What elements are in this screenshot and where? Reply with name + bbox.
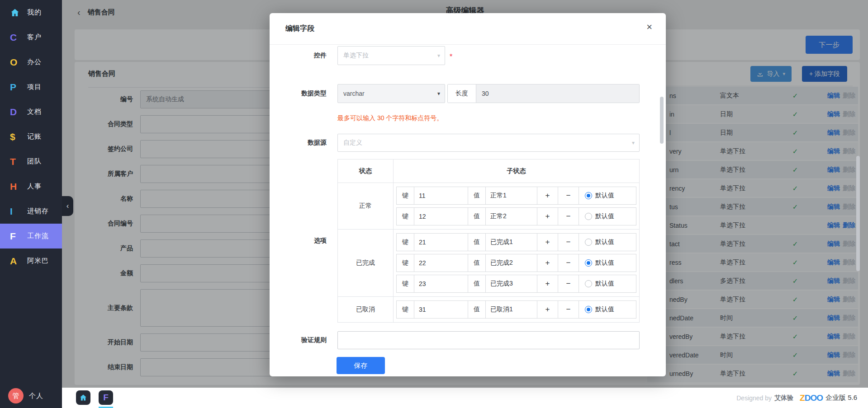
close-icon[interactable]: × xyxy=(646,21,652,33)
sidebar-item-label: 项目 xyxy=(27,83,42,91)
value-input[interactable] xyxy=(485,233,537,251)
save-button[interactable]: 保存 xyxy=(337,357,385,374)
sidebar-item-label: 进销存 xyxy=(27,207,49,216)
options-row: 选项 状态 子状态 正常 键 值 + − 默认值 键 值 + − 默 xyxy=(270,159,640,323)
data-source-value: 自定义 xyxy=(343,139,362,147)
caret-down-icon: ▾ xyxy=(437,52,440,59)
sidebar-item-label: 人事 xyxy=(27,182,42,191)
add-subitem-button[interactable]: + xyxy=(537,275,558,293)
key-input[interactable] xyxy=(414,254,468,272)
key-input[interactable] xyxy=(414,300,468,319)
control-value: 单选下拉 xyxy=(343,52,369,60)
value-input[interactable] xyxy=(485,207,537,225)
sidebar-item-label: 办公 xyxy=(27,58,42,66)
control-select[interactable]: 单选下拉 ▾ xyxy=(337,46,445,65)
value-input[interactable] xyxy=(485,300,537,319)
taskbar-workflow-app[interactable]: F xyxy=(99,390,113,405)
validation-label: 验证规则 xyxy=(270,336,327,344)
default-radio[interactable] xyxy=(585,306,592,313)
value-addon-label: 值 xyxy=(468,254,486,272)
modal-scrollbar-thumb[interactable] xyxy=(660,97,664,144)
sidebar-item-project[interactable]: P 项目 xyxy=(0,75,62,99)
default-radio[interactable] xyxy=(585,280,592,287)
sidebar-item-inventory[interactable]: I 进销存 xyxy=(0,199,62,224)
sidebar-item-label: 文档 xyxy=(27,108,42,116)
option-sub-row: 键 值 + − 默认值 xyxy=(396,233,636,251)
sidebar-collapse-handle[interactable]: ‹ xyxy=(62,196,73,216)
value-input[interactable] xyxy=(485,187,537,205)
value-input[interactable] xyxy=(485,254,537,272)
key-input[interactable] xyxy=(414,233,468,251)
sidebar-item-office[interactable]: O 办公 xyxy=(0,50,62,75)
remove-subitem-button[interactable]: − xyxy=(558,275,579,293)
validation-input[interactable] xyxy=(337,331,640,349)
inventory-icon: I xyxy=(10,206,24,217)
length-input[interactable] xyxy=(476,84,639,103)
edit-field-modal: 编辑字段 × 控件 单选下拉 ▾ * 数据类型 varchar ▾ 长度 最多可 xyxy=(270,13,666,376)
value-addon-label: 值 xyxy=(468,300,486,319)
customer-icon: C xyxy=(10,32,24,43)
key-input[interactable] xyxy=(414,275,468,293)
sidebar-item-team[interactable]: T 团队 xyxy=(0,149,62,174)
remove-subitem-button[interactable]: − xyxy=(558,300,579,319)
default-cell: 默认值 xyxy=(579,300,636,319)
default-radio[interactable] xyxy=(585,239,592,246)
substatus-column-header: 子状态 xyxy=(394,159,639,183)
add-subitem-button[interactable]: + xyxy=(537,187,558,205)
office-icon: O xyxy=(10,57,24,68)
value-addon-label: 值 xyxy=(468,187,486,205)
project-icon: P xyxy=(10,82,24,93)
default-cell: 默认值 xyxy=(579,275,636,293)
sidebar-user[interactable]: 管 个人 xyxy=(8,388,43,403)
length-warning-text: 最多可以输入 30 个字符和标点符号。 xyxy=(337,114,443,122)
key-input[interactable] xyxy=(414,187,468,205)
default-radio[interactable] xyxy=(585,259,592,267)
add-subitem-button[interactable]: + xyxy=(537,207,558,225)
data-source-label: 数据源 xyxy=(270,139,327,147)
sidebar: 我的 C 客户 O 办公 P 项目 D 文档 $ 记账 T 团队 H 人事 I … xyxy=(0,0,62,408)
default-radio-label: 默认值 xyxy=(595,192,614,200)
data-type-select[interactable]: varchar ▾ xyxy=(337,84,445,103)
designed-by-label: Designed by xyxy=(736,394,772,402)
sidebar-item-my[interactable]: 我的 xyxy=(0,0,62,25)
taskbar-home-app[interactable] xyxy=(76,390,90,405)
my-icon xyxy=(10,8,24,18)
remove-subitem-button[interactable]: − xyxy=(558,207,579,225)
select-chevron-icon: ▾ xyxy=(437,90,440,97)
data-source-select[interactable]: 自定义 ▾ xyxy=(337,134,640,152)
sidebar-item-customer[interactable]: C 客户 xyxy=(0,25,62,50)
remove-subitem-button[interactable]: − xyxy=(558,233,579,251)
accounting-icon: $ xyxy=(10,131,24,142)
key-input[interactable] xyxy=(414,207,468,225)
data-type-label: 数据类型 xyxy=(270,89,327,98)
sidebar-item-doc[interactable]: D 文档 xyxy=(0,99,62,124)
sidebar-item-accounting[interactable]: $ 记账 xyxy=(0,124,62,149)
options-groups: 正常 键 值 + − 默认值 键 值 + − 默认值 已完成 键 值 + − xyxy=(338,183,639,322)
length-group: 长度 xyxy=(447,84,640,103)
default-radio-label: 默认值 xyxy=(595,280,614,288)
data-source-row: 数据源 自定义 ▾ xyxy=(270,134,640,152)
options-label: 选项 xyxy=(270,237,327,245)
modal-title: 编辑字段 xyxy=(285,24,314,33)
length-label: 长度 xyxy=(448,84,476,103)
sidebar-item-hr[interactable]: H 人事 xyxy=(0,174,62,199)
default-radio[interactable] xyxy=(585,192,592,199)
add-subitem-button[interactable]: + xyxy=(537,300,558,319)
remove-subitem-button[interactable]: − xyxy=(558,254,579,272)
data-type-row: 数据类型 varchar ▾ 长度 xyxy=(270,84,640,103)
sidebar-item-label: 客户 xyxy=(27,33,42,42)
sidebar-item-workflow[interactable]: F 工作流 xyxy=(0,224,62,249)
add-subitem-button[interactable]: + xyxy=(537,233,558,251)
default-cell: 默认值 xyxy=(579,254,636,272)
sidebar-item-amoeba[interactable]: A 阿米巴 xyxy=(0,249,62,273)
value-input[interactable] xyxy=(485,275,537,293)
window-scrollbar-thumb[interactable] xyxy=(856,156,860,271)
default-radio[interactable] xyxy=(585,213,592,220)
user-avatar[interactable]: 管 xyxy=(8,388,24,403)
add-subitem-button[interactable]: + xyxy=(537,254,558,272)
remove-subitem-button[interactable]: − xyxy=(558,187,579,205)
default-cell: 默认值 xyxy=(579,207,636,225)
home-icon xyxy=(79,394,87,402)
brand-name: 艾体验 xyxy=(774,394,793,402)
workflow-icon: F xyxy=(10,231,24,242)
